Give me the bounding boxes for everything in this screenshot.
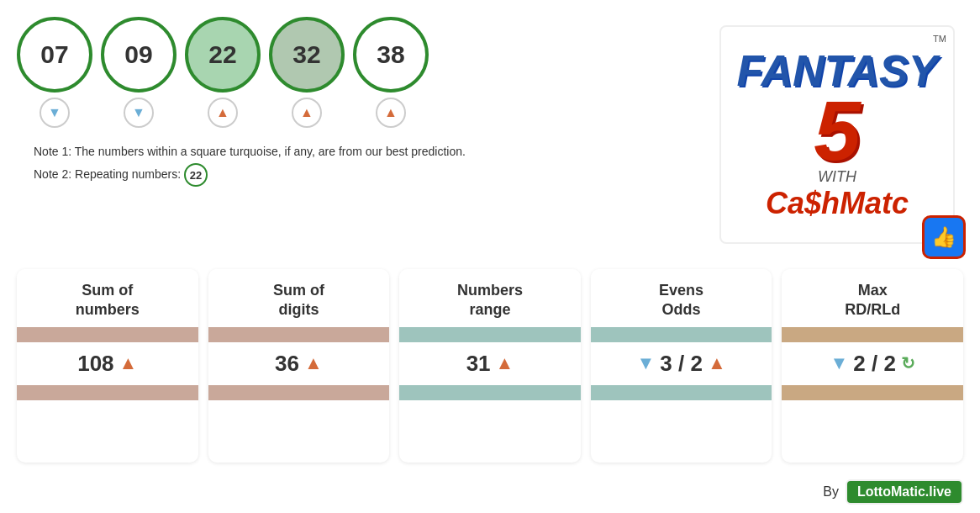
- arrow-btn-22[interactable]: ▲: [208, 98, 238, 128]
- stat-bar-top-evens-odds: [591, 327, 772, 342]
- ball-38: 38: [353, 17, 429, 93]
- note-1: Note 1: The numbers within a square turq…: [34, 145, 694, 158]
- stat-card-evens-odds: Evens Odds ▼ 3 / 2 ▲: [591, 269, 772, 463]
- ball-wrapper-09: 09 ▼: [101, 17, 177, 128]
- ball-wrapper-07: 07 ▼: [17, 17, 92, 128]
- balls-row: 07 ▼ 09 ▼: [17, 17, 711, 128]
- stat-bar-bottom-evens-odds: [591, 385, 772, 400]
- arrow-down-icon: ▼: [48, 105, 61, 120]
- with-text: WITH: [818, 168, 856, 186]
- stat-header-max-rd: Max RD/RLd: [782, 269, 963, 327]
- stat-card-sum-numbers: Sum of numbers 108 ▲: [17, 269, 198, 463]
- lotto-badge: LottoMatic.live: [846, 479, 963, 505]
- five-text: 5: [814, 93, 861, 168]
- stat-header-sum-numbers: Sum of numbers: [17, 269, 198, 327]
- up-arrow-icon-sum-numbers: ▲: [119, 352, 138, 374]
- arrow-btn-09[interactable]: ▼: [124, 98, 154, 128]
- arrow-up-icon-2: ▲: [300, 105, 313, 120]
- refresh-icon-max-rd: ↻: [901, 353, 915, 373]
- ball-07: 07: [17, 17, 92, 93]
- stat-card-numbers-range: Numbers range 31 ▲: [399, 269, 581, 463]
- stat-value-max-rd: ▼ 2 / 2 ↻: [782, 342, 963, 385]
- stat-header-numbers-range: Numbers range: [399, 269, 581, 327]
- logo-area: TM FANTASY 5 WITH Ca$hMatc 👍: [711, 17, 963, 252]
- stat-card-sum-digits: Sum of digits 36 ▲: [208, 269, 390, 463]
- ball-wrapper-22: 22 ▲: [185, 17, 261, 128]
- down-arrow-icon-evens-odds: ▼: [637, 352, 656, 374]
- up-arrow-icon-sum-digits: ▲: [304, 352, 323, 374]
- stat-value-sum-digits: 36 ▲: [208, 342, 390, 385]
- stat-bar-top-numbers-range: [399, 327, 581, 342]
- stat-header-evens-odds: Evens Odds: [591, 269, 772, 327]
- arrow-down-icon-2: ▼: [132, 105, 145, 120]
- thumbs-up-button[interactable]: 👍: [922, 215, 966, 259]
- up-arrow-icon-numbers-range: ▲: [496, 352, 514, 374]
- stat-bar-bottom-sum-digits: [208, 385, 390, 400]
- logo-box: TM FANTASY 5 WITH Ca$hMatc 👍: [719, 25, 955, 244]
- stat-value-evens-odds: ▼ 3 / 2 ▲: [591, 342, 772, 385]
- ball-09: 09: [101, 17, 177, 93]
- stat-bar-bottom-numbers-range: [399, 385, 581, 400]
- repeating-number-badge: 22: [184, 163, 208, 187]
- tm-badge: TM: [933, 34, 946, 44]
- stat-bar-top-sum-digits: [208, 327, 390, 342]
- stat-bar-bottom-sum-numbers: [17, 385, 198, 400]
- ball-22: 22: [185, 17, 261, 93]
- stat-card-max-rd: Max RD/RLd ▼ 2 / 2 ↻: [782, 269, 963, 463]
- arrow-btn-38[interactable]: ▲: [376, 98, 406, 128]
- main-container: 07 ▼ 09 ▼: [0, 0, 980, 513]
- stat-value-numbers-range: 31 ▲: [399, 342, 581, 385]
- ball-32: 32: [269, 17, 345, 93]
- arrow-btn-32[interactable]: ▲: [292, 98, 322, 128]
- notes-section: Note 1: The numbers within a square turq…: [17, 136, 711, 200]
- footer-area: By LottoMatic.live: [0, 479, 980, 513]
- top-section: 07 ▼ 09 ▼: [0, 0, 980, 261]
- stat-bar-top-sum-numbers: [17, 327, 198, 342]
- by-text: By: [823, 484, 839, 500]
- down-arrow-icon-max-rd: ▼: [830, 352, 848, 374]
- arrow-up-icon: ▲: [216, 105, 229, 120]
- stats-section: Sum of numbers 108 ▲ Sum of digits 36 ▲: [0, 261, 980, 479]
- stat-bar-bottom-max-rd: [782, 385, 963, 400]
- arrow-up-icon-3: ▲: [384, 105, 398, 120]
- note-2: Note 2: Repeating numbers: 22: [34, 163, 694, 187]
- stat-header-sum-digits: Sum of digits: [208, 269, 390, 327]
- cash-text: Ca$hMatc: [766, 186, 909, 221]
- ball-wrapper-32: 32 ▲: [269, 17, 345, 128]
- ball-wrapper-38: 38 ▲: [353, 17, 429, 128]
- stat-bar-top-max-rd: [782, 327, 963, 342]
- stat-value-sum-numbers: 108 ▲: [17, 342, 198, 385]
- arrow-btn-07[interactable]: ▼: [40, 98, 70, 128]
- up-arrow-icon-evens-odds: ▲: [708, 352, 726, 374]
- balls-area: 07 ▼ 09 ▼: [17, 17, 711, 200]
